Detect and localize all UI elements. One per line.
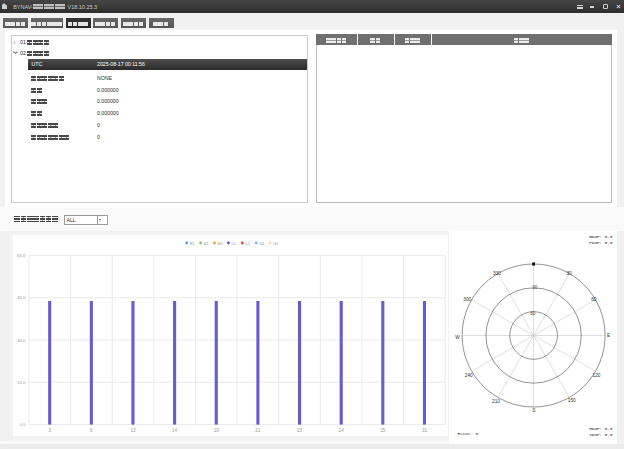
svg-text:14: 14 [172,428,178,433]
svg-text:0.0: 0.0 [19,422,26,427]
svg-text:330: 330 [493,271,501,276]
svg-text:21: 21 [255,428,261,433]
svg-text:24: 24 [339,428,345,433]
svg-text:60: 60 [591,297,597,302]
svg-text:B1: B1 [190,241,196,246]
svg-text:25: 25 [380,428,386,433]
svg-text:G1: G1 [259,241,265,246]
svg-text:15.0: 15.0 [17,380,26,385]
svg-text:3: 3 [48,428,51,433]
svg-text:S: S [532,408,535,413]
svg-text:240: 240 [465,373,473,378]
svg-text:23: 23 [297,428,303,433]
svg-text:60: 60 [530,311,536,316]
svg-text:VDOP: 0.0: VDOP: 0.0 [589,432,613,437]
svg-text:150: 150 [568,398,576,403]
svg-text:31: 31 [422,428,428,433]
svg-text:HDOP: 0.0: HDOP: 0.0 [589,426,613,431]
svg-text:30: 30 [532,285,538,290]
svg-text:L2: L2 [245,241,250,246]
svg-text:30: 30 [566,271,572,276]
svg-text:30.0: 30.0 [17,338,26,343]
svg-text:G2: G2 [273,241,279,246]
svg-text:120: 120 [593,373,601,378]
svg-text:300: 300 [463,297,471,302]
svg-text:B2: B2 [204,241,210,246]
svg-text:PDOP: 0.0: PDOP: 0.0 [589,240,613,245]
svg-text:19: 19 [214,428,220,433]
svg-text:6: 6 [90,428,93,433]
svg-text:ELCut: 0: ELCut: 0 [458,431,479,436]
svg-text:W: W [455,335,460,340]
svg-text:L1: L1 [231,241,236,246]
svg-text:45.0: 45.0 [17,295,26,300]
svg-text:GDOP: 0.0: GDOP: 0.0 [589,234,613,239]
svg-text:B3: B3 [218,241,224,246]
svg-text:13: 13 [130,428,136,433]
svg-text:210: 210 [492,399,500,404]
svg-text:60.0: 60.0 [17,253,26,258]
svg-text:E: E [607,333,610,338]
